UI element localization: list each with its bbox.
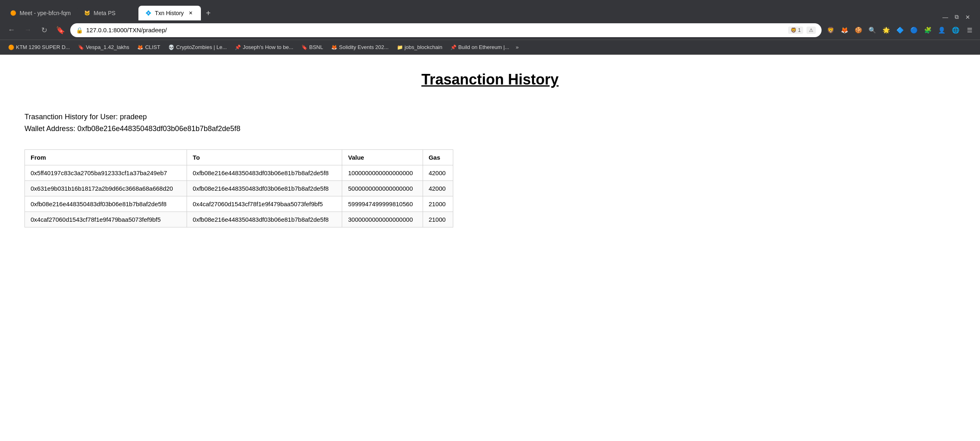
bookmark-buildonethereum[interactable]: 📌 Build on Ethereum |... bbox=[447, 43, 512, 51]
bookmark-ktm-label: KTM 1290 SUPER D... bbox=[16, 44, 70, 50]
user-label: Trasanction History for User: pradeep bbox=[24, 113, 956, 121]
bookmark-ktm-icon: 🟠 bbox=[8, 45, 14, 50]
extensions-cookie-icon[interactable]: 🍪 bbox=[853, 24, 864, 36]
bookmark-bsnl-label: BSNL bbox=[309, 44, 323, 50]
tab-meet-favicon: 🟠 bbox=[10, 10, 16, 16]
bookmark-vespa[interactable]: 🔖 Vespa_1.42_lakhs bbox=[75, 43, 132, 51]
tab-txnhistory[interactable]: 💠 Txn History ✕ bbox=[138, 6, 201, 20]
bookmark-page-button[interactable]: 🔖 bbox=[54, 24, 67, 37]
tab-txnhistory-favicon: 💠 bbox=[145, 10, 151, 16]
cell-to-2: 0x4caf27060d1543cf78f1e9f479baa5073fef9b… bbox=[187, 196, 342, 212]
circle-profile-icon[interactable]: 🌐 bbox=[950, 24, 961, 36]
tab-metaps-label: Meta PS bbox=[94, 10, 132, 16]
bookmark-cryptozombies-label: CryptoZombies | Le... bbox=[176, 44, 227, 50]
forward-button[interactable]: → bbox=[21, 24, 34, 37]
window-close[interactable]: ✕ bbox=[965, 14, 970, 20]
table-header-row: From To Value Gas bbox=[25, 150, 453, 165]
cell-value-3: 3000000000000000000 bbox=[342, 212, 423, 227]
new-tab-button[interactable]: + bbox=[201, 6, 216, 20]
tab-meet[interactable]: 🟠 Meet - ype-bfcn-fqm bbox=[3, 6, 77, 20]
menu-icon[interactable]: ☰ bbox=[964, 24, 975, 36]
bookmark-buildonethereum-label: Build on Ethereum |... bbox=[458, 44, 509, 50]
bookmark-cryptozombies[interactable]: 💀 CryptoZombies | Le... bbox=[165, 43, 230, 51]
col-header-gas: Gas bbox=[423, 150, 453, 165]
address-lock-icon: 🔒 bbox=[76, 27, 83, 33]
bookmark-josephs[interactable]: 📌 Joseph's How to be... bbox=[232, 43, 296, 51]
txn-table: From To Value Gas 0x5ff40197c83c3a2705ba… bbox=[24, 149, 453, 227]
col-header-from: From bbox=[25, 150, 187, 165]
table-row: 0x4caf27060d1543cf78f1e9f479baa5073fef9b… bbox=[25, 212, 453, 227]
reload-button[interactable]: ↻ bbox=[38, 24, 51, 37]
tab-metaps[interactable]: 🐱 Meta PS bbox=[77, 6, 138, 20]
browser-window: 🟠 Meet - ype-bfcn-fqm 🐱 Meta PS 💠 Txn Hi… bbox=[0, 0, 980, 441]
bookmark-clist[interactable]: 🦊 CLIST bbox=[134, 43, 163, 51]
nav-icons: 🦁 🦊 🍪 🔍 🌟 🔷 🔵 🧩 👤 🌐 ☰ bbox=[825, 24, 975, 36]
window-restore[interactable]: ⧉ bbox=[955, 13, 959, 20]
bookmark-jobsblockchain[interactable]: 📁 jobs_blockchain bbox=[394, 43, 446, 51]
wallet-label: Wallet Address: 0xfb08e216e448350483df03… bbox=[24, 125, 956, 133]
cell-to-0: 0xfb08e216e448350483df03b06e81b7b8af2de5… bbox=[187, 165, 342, 181]
tab-txnhistory-label: Txn History bbox=[155, 10, 184, 16]
tab-bar: 🟠 Meet - ype-bfcn-fqm 🐱 Meta PS 💠 Txn Hi… bbox=[0, 0, 980, 20]
bookmark-solidityevents[interactable]: 🦊 Solidity Events 202... bbox=[328, 43, 392, 51]
bookmark-ktm[interactable]: 🟠 KTM 1290 SUPER D... bbox=[5, 43, 73, 51]
bookmark-bsnl[interactable]: 🔖 BSNL bbox=[298, 43, 326, 51]
page-content: Trasanction History Trasanction History … bbox=[0, 55, 980, 441]
vpn-icon[interactable]: 🔵 bbox=[908, 24, 920, 36]
nav-bar: ← → ↻ 🔖 🔒 127.0.0.1:8000/TXN/pradeep/ 🦁 … bbox=[0, 20, 980, 40]
page-title: Trasanction History bbox=[24, 71, 956, 88]
bookmark-jobsblockchain-icon: 📁 bbox=[397, 45, 403, 50]
bookmark-solidityevents-label: Solidity Events 202... bbox=[339, 44, 388, 50]
back-button[interactable]: ← bbox=[5, 24, 18, 37]
tab-txnhistory-close[interactable]: ✕ bbox=[187, 9, 194, 17]
wallet-icon[interactable]: 🌟 bbox=[880, 24, 892, 36]
cell-gas-1: 42000 bbox=[423, 181, 453, 196]
brave-shield-badge: 🦁 1 bbox=[788, 27, 803, 34]
user-profile-icon[interactable]: 👤 bbox=[936, 24, 947, 36]
cell-value-1: 5000000000000000000 bbox=[342, 181, 423, 196]
col-header-to: To bbox=[187, 150, 342, 165]
cell-gas-2: 21000 bbox=[423, 196, 453, 212]
search-icon[interactable]: 🔍 bbox=[866, 24, 878, 36]
bookmark-cryptozombies-icon: 💀 bbox=[168, 45, 174, 50]
bookmark-buildonethereum-icon: 📌 bbox=[450, 45, 457, 50]
bookmark-jobsblockchain-label: jobs_blockchain bbox=[405, 44, 443, 50]
cell-value-0: 1000000000000000000 bbox=[342, 165, 423, 181]
extensions-fox-icon[interactable]: 🦊 bbox=[839, 24, 850, 36]
bookmark-bsnl-icon: 🔖 bbox=[301, 45, 307, 50]
tab-meet-label: Meet - ype-bfcn-fqm bbox=[20, 10, 71, 16]
bookmark-josephs-label: Joseph's How to be... bbox=[243, 44, 293, 50]
cell-from-2: 0xfb08e216e448350483df03b06e81b7b8af2de5… bbox=[25, 196, 187, 212]
cell-to-3: 0xfb08e216e448350483df03b06e81b7b8af2de5… bbox=[187, 212, 342, 227]
cell-gas-3: 21000 bbox=[423, 212, 453, 227]
cell-from-1: 0x631e9b031b16b18172a2b9d66c3668a68a668d… bbox=[25, 181, 187, 196]
table-row: 0x631e9b031b16b18172a2b9d66c3668a68a668d… bbox=[25, 181, 453, 196]
tab-metaps-favicon: 🐱 bbox=[84, 10, 90, 16]
cell-gas-0: 42000 bbox=[423, 165, 453, 181]
address-text: 127.0.0.1:8000/TXN/pradeep/ bbox=[86, 27, 785, 33]
bookmark-solidityevents-icon: 🦊 bbox=[331, 45, 337, 50]
brave-icon[interactable]: 🦁 bbox=[825, 24, 836, 36]
col-header-value: Value bbox=[342, 150, 423, 165]
cell-value-2: 5999947499999810560 bbox=[342, 196, 423, 212]
window-minimize[interactable]: — bbox=[942, 14, 948, 20]
cell-from-3: 0x4caf27060d1543cf78f1e9f479baa5073fef9b… bbox=[25, 212, 187, 227]
table-row: 0x5ff40197c83c3a2705ba912333cf1a37ba249e… bbox=[25, 165, 453, 181]
window-controls: — ⧉ ✕ bbox=[936, 13, 977, 20]
bookmarks-bar: 🟠 KTM 1290 SUPER D... 🔖 Vespa_1.42_lakhs… bbox=[0, 40, 980, 55]
brave-search-icon[interactable]: 🔷 bbox=[894, 24, 906, 36]
table-row: 0xfb08e216e448350483df03b06e81b7b8af2de5… bbox=[25, 196, 453, 212]
warning-badge: ⚠ bbox=[806, 27, 816, 34]
user-info: Trasanction History for User: pradeep Wa… bbox=[24, 113, 956, 133]
bookmark-clist-label: CLIST bbox=[145, 44, 160, 50]
cell-from-0: 0x5ff40197c83c3a2705ba912333cf1a37ba249e… bbox=[25, 165, 187, 181]
bookmark-josephs-icon: 📌 bbox=[235, 45, 241, 50]
bookmark-clist-icon: 🦊 bbox=[137, 45, 143, 50]
bookmark-vespa-icon: 🔖 bbox=[78, 45, 84, 50]
bookmark-vespa-label: Vespa_1.42_lakhs bbox=[86, 44, 129, 50]
address-bar[interactable]: 🔒 127.0.0.1:8000/TXN/pradeep/ 🦁 1 ⚠ bbox=[70, 23, 822, 37]
cell-to-1: 0xfb08e216e448350483df03b06e81b7b8af2de5… bbox=[187, 181, 342, 196]
extensions-icon[interactable]: 🧩 bbox=[922, 24, 933, 36]
bookmarks-more-button[interactable]: » bbox=[516, 44, 519, 50]
